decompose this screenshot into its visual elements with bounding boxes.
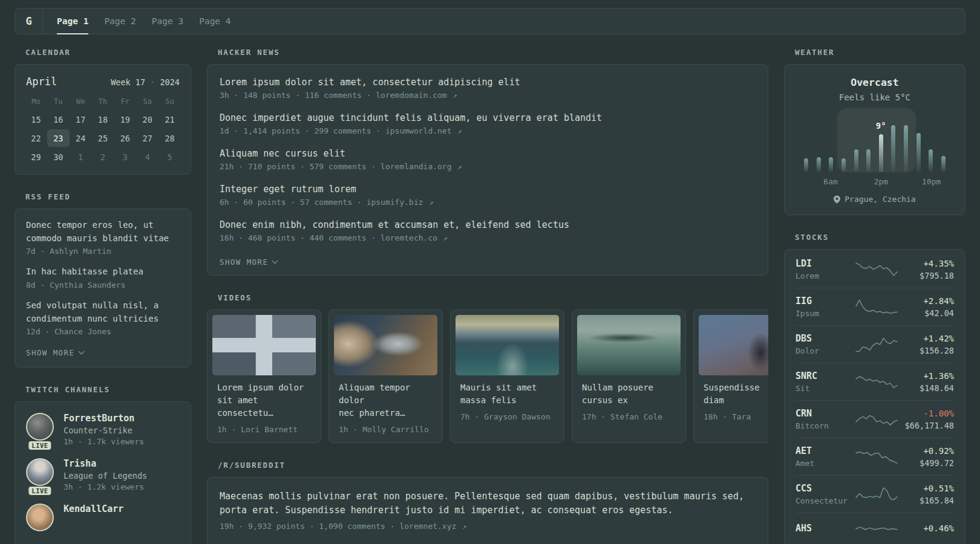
stocks-section-label: STOCKS (795, 233, 965, 242)
stock-symbol[interactable]: DBS (795, 333, 851, 344)
twitch-avatar: LIVE (26, 413, 54, 446)
stock-sparkline (851, 298, 902, 316)
stock-name: Lorem (795, 271, 851, 280)
subreddit-post-domain[interactable]: loremnet.xyz (399, 522, 456, 531)
tab-page-1[interactable]: Page 1 (49, 8, 96, 34)
twitch-channel-row[interactable]: LIVE Trisha League of Legends 3h · 1.2k … (26, 458, 180, 491)
hn-show-more-button[interactable]: SHOW MORE (220, 255, 756, 268)
live-badge: LIVE (28, 441, 51, 450)
subreddit-post-title[interactable]: Maecenas mollis pulvinar erat non posuer… (220, 490, 756, 518)
chevron-down-icon (79, 349, 85, 355)
rss-item-title[interactable]: Sed volutpat nulla nisl, a condimentum n… (26, 299, 180, 325)
stock-sparkline (851, 485, 902, 504)
hn-item-domain[interactable]: loremdomain.com (376, 91, 446, 100)
hn-item-title[interactable]: Lorem ipsum dolor sit amet, consectetur … (220, 77, 756, 88)
hour-label: 6am (823, 177, 837, 186)
calendar-weekday-label: Su (158, 94, 181, 109)
stock-row[interactable]: CRNBitcorn -1.00%$66,171.48 (795, 400, 954, 438)
subreddit-section-label: /R/SUBREDDIT (218, 461, 768, 470)
stock-row[interactable]: LDILorem +4.35%$795.18 (795, 251, 954, 288)
stock-symbol[interactable]: CRN (795, 408, 851, 419)
stock-row[interactable]: IIGIpsum +2.84%$42.04 (795, 288, 954, 325)
calendar-day: 4 (136, 148, 158, 166)
stock-name: Consectetur (795, 496, 851, 505)
twitch-section-label: TWITCH CHANNELS (25, 385, 191, 394)
twitch-channel-row[interactable]: LIVE ForrestBurton Counter-Strike 1h · 1… (26, 413, 180, 446)
stock-row[interactable]: DBSDolor +1.42%$156.28 (795, 325, 954, 363)
hn-item-title[interactable]: Donec imperdiet augue tincidunt felis al… (220, 112, 756, 123)
video-thumbnail (212, 315, 316, 375)
hn-item-title[interactable]: Donec enim nibh, condimentum et accumsan… (220, 219, 756, 230)
tab-page-2[interactable]: Page 2 (96, 8, 143, 34)
rss-item-title[interactable]: Donec tempor eros leo, ut commodo mauris… (26, 219, 180, 245)
calendar-month: April (26, 76, 57, 88)
video-title[interactable]: Mauris sit amet massa felis (460, 381, 554, 407)
video-card[interactable]: Mauris sit amet massa felis 7h · Grayson… (450, 309, 564, 443)
right-column: WEATHER Overcast Feels like 5°C 9° 6am2p… (784, 48, 965, 544)
calendar-day: 5 (158, 148, 181, 166)
hn-item-domain[interactable]: ipsumworld.net (385, 126, 452, 135)
stock-symbol[interactable]: CCS (795, 483, 851, 494)
twitch-channel-name[interactable]: KendallCarr (64, 504, 123, 514)
stock-price: $42.04 (902, 308, 954, 318)
stock-symbol[interactable]: AET (795, 445, 851, 456)
stock-row[interactable]: AETAmet +0.92%$499.72 (795, 438, 954, 475)
twitch-channel-game: Counter-Strike (64, 426, 144, 435)
rss-item-title[interactable]: In hac habitasse platea (26, 265, 180, 279)
app-logo[interactable]: G (15, 8, 43, 34)
current-temp-label: 9° (876, 121, 886, 131)
stock-row[interactable]: SNRCSit +1.36%$148.64 (795, 363, 954, 400)
weather-bars: 9° (799, 114, 950, 172)
rss-show-more-button[interactable]: SHOW MORE (26, 346, 180, 358)
hacker-news-widget: Lorem ipsum dolor sit amet, consectetur … (207, 64, 768, 276)
tab-page-4[interactable]: Page 4 (191, 8, 238, 34)
stock-symbol[interactable]: IIG (795, 296, 851, 306)
weather-condition: Overcast (795, 77, 954, 88)
video-meta: 1h · Lori Barnett (217, 425, 311, 434)
twitch-channel-row[interactable]: KendallCarr (26, 504, 180, 531)
video-card[interactable]: Aliquam tempor dolor nec pharetra… 1h · … (328, 309, 443, 443)
hn-item: Integer eget rutrum lorem 6h · 60 points… (220, 184, 756, 207)
twitch-channel-meta: 1h · 1.7k viewers (64, 437, 144, 446)
video-title[interactable]: Aliquam tempor dolor nec pharetra… (339, 381, 433, 419)
stock-name: Ipsum (795, 309, 851, 318)
video-card[interactable]: Suspendisse diam 18h · Tara (693, 309, 768, 443)
subreddit-section: /R/SUBREDDIT Maecenas mollis pulvinar er… (207, 461, 768, 544)
stock-symbol[interactable]: LDI (795, 258, 851, 269)
center-column: HACKER NEWS Lorem ipsum dolor sit amet, … (207, 48, 768, 544)
video-card[interactable]: Lorem ipsum dolor sit amet consectetu… 1… (207, 309, 321, 443)
subreddit-post-meta: 19h · 9,932 points · 1,090 comments · lo… (220, 522, 756, 531)
hn-item-title[interactable]: Integer eget rutrum lorem (220, 184, 756, 195)
hn-item-domain[interactable]: loremlandia.org (381, 162, 451, 171)
hn-item-domain[interactable]: loremtech.co (381, 233, 437, 242)
stock-symbol[interactable]: AHS (795, 523, 851, 534)
hacker-news-section: HACKER NEWS Lorem ipsum dolor sit amet, … (207, 48, 768, 276)
stock-name: Dolor (795, 346, 851, 355)
external-link-icon: ↗ (462, 522, 466, 531)
video-card[interactable]: Nullam posuere cursus ex 17h · Stefan Co… (572, 309, 686, 443)
video-title[interactable]: Nullam posuere cursus ex (582, 381, 676, 407)
weather-bar (891, 125, 895, 172)
stock-sparkline (851, 335, 902, 354)
hn-item: Donec imperdiet augue tincidunt felis al… (220, 112, 756, 135)
rss-item-meta: 7d · Ashlyn Martin (26, 247, 180, 256)
live-badge: LIVE (28, 487, 51, 495)
stock-row[interactable]: AHS +0.46% (795, 513, 954, 544)
tab-page-3[interactable]: Page 3 (144, 8, 191, 34)
stock-symbol[interactable]: SNRC (795, 371, 851, 381)
video-title[interactable]: Suspendisse diam (704, 381, 768, 407)
left-column: CALENDAR April Week 17 · 2024 MoTuWeThFr… (15, 48, 191, 544)
calendar-day: 15 (25, 111, 47, 128)
hn-item-domain[interactable]: ipsumify.biz (367, 198, 423, 207)
stock-row[interactable]: CCSConsectetur +0.51%$165.84 (795, 475, 954, 513)
calendar-week-year: Week 17 · 2024 (111, 77, 180, 87)
weather-feels-like: Feels like 5°C (795, 92, 954, 102)
twitch-avatar: LIVE (26, 458, 54, 491)
hn-item-title[interactable]: Aliquam nec cursus elit (220, 148, 756, 159)
video-title[interactable]: Lorem ipsum dolor sit amet consectetu… (217, 381, 311, 419)
stock-change: -1.00% (902, 409, 954, 418)
twitch-channel-name[interactable]: Trisha (64, 458, 147, 469)
stocks-section: STOCKS LDILorem +4.35%$795.18 IIGIpsum +… (784, 233, 965, 544)
video-meta: 7h · Grayson Dawson (460, 412, 554, 421)
twitch-channel-name[interactable]: ForrestBurton (64, 413, 144, 424)
